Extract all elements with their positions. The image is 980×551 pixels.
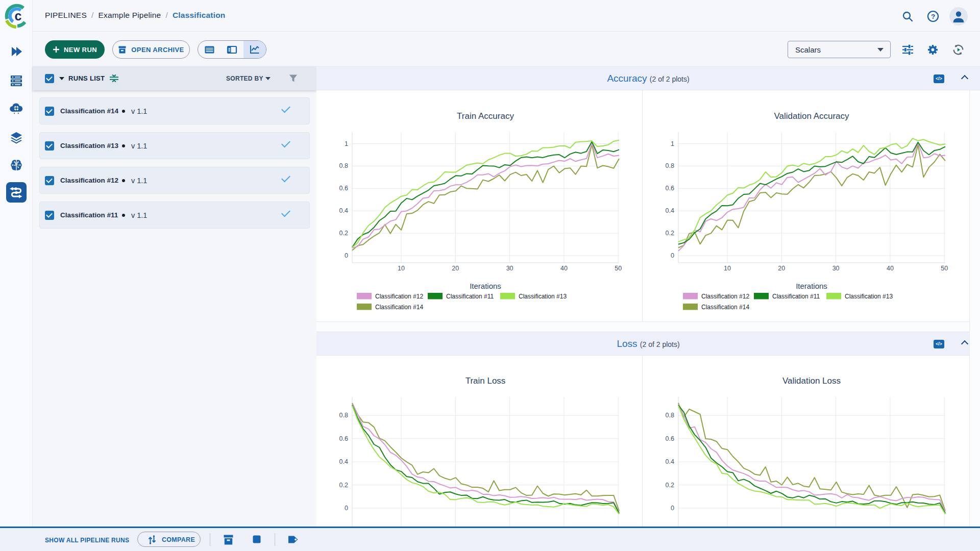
- svg-text:30: 30: [506, 265, 513, 272]
- svg-text:0.4: 0.4: [666, 458, 674, 465]
- svg-text:Validation Accuracy: Validation Accuracy: [774, 111, 849, 121]
- svg-text:Iterations: Iterations: [470, 282, 501, 290]
- svg-text:Classification #14: Classification #14: [701, 304, 749, 311]
- svg-text:0.2: 0.2: [666, 482, 674, 489]
- svg-text:0.8: 0.8: [339, 162, 348, 169]
- svg-text:10: 10: [398, 265, 405, 272]
- svg-text:c: c: [15, 9, 22, 23]
- svg-text:0.4: 0.4: [666, 207, 674, 214]
- svg-text:40: 40: [887, 265, 894, 272]
- svg-text:1: 1: [671, 140, 674, 147]
- svg-text:?: ?: [931, 13, 935, 20]
- svg-text:0.2: 0.2: [666, 230, 674, 237]
- svg-text:0.8: 0.8: [666, 412, 674, 419]
- svg-text:0.2: 0.2: [339, 482, 348, 489]
- svg-text:0.4: 0.4: [339, 207, 348, 214]
- svg-text:0: 0: [671, 505, 674, 512]
- svg-text:Train Loss: Train Loss: [465, 376, 506, 386]
- svg-text:0.8: 0.8: [666, 162, 674, 169]
- svg-text:0.4: 0.4: [339, 458, 348, 465]
- svg-text:30: 30: [832, 265, 840, 272]
- svg-text:Train Accuracy: Train Accuracy: [457, 111, 514, 121]
- svg-text:0.6: 0.6: [666, 185, 674, 192]
- svg-text:Classification #14: Classification #14: [375, 304, 423, 311]
- svg-text:0: 0: [671, 252, 674, 259]
- svg-text:0: 0: [345, 505, 348, 512]
- svg-text:0.8: 0.8: [339, 412, 348, 419]
- svg-text:50: 50: [615, 265, 622, 272]
- svg-text:40: 40: [560, 265, 568, 272]
- svg-text:0.6: 0.6: [339, 185, 348, 192]
- svg-text:50: 50: [941, 265, 948, 272]
- svg-text:Validation Loss: Validation Loss: [782, 376, 841, 386]
- svg-text:10: 10: [724, 265, 731, 272]
- svg-text:0.6: 0.6: [339, 435, 348, 442]
- svg-text:Classification #11: Classification #11: [772, 293, 820, 300]
- svg-text:Classification #13: Classification #13: [845, 293, 893, 300]
- svg-text:Classification #11: Classification #11: [446, 293, 494, 300]
- svg-text:1: 1: [345, 140, 348, 147]
- svg-text:20: 20: [452, 265, 459, 272]
- svg-text:Classification #12: Classification #12: [701, 293, 749, 300]
- svg-text:Classification #12: Classification #12: [375, 293, 423, 300]
- svg-text:20: 20: [778, 265, 785, 272]
- svg-text:0.2: 0.2: [339, 230, 348, 237]
- svg-text:Classification #13: Classification #13: [519, 293, 567, 300]
- svg-text:Iterations: Iterations: [796, 282, 827, 290]
- svg-text:0: 0: [345, 252, 348, 259]
- svg-text:0.6: 0.6: [666, 435, 674, 442]
